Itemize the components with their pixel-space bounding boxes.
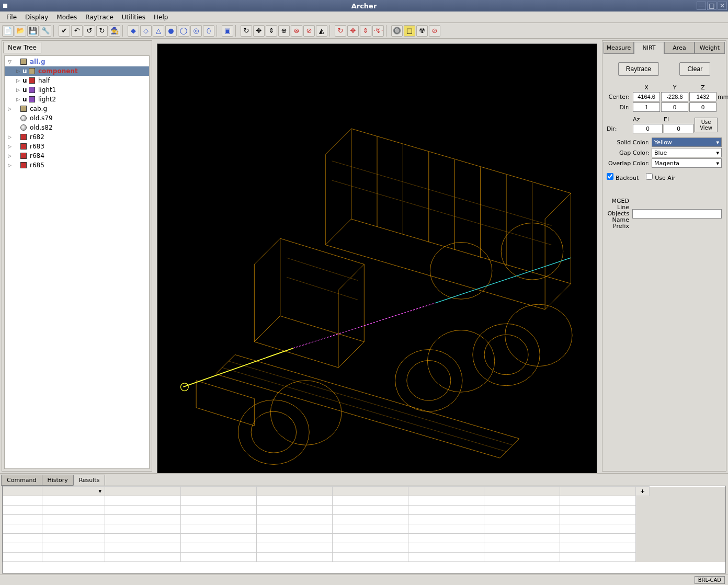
expand-arrow-icon[interactable]: ▷ [8, 134, 13, 140]
backout-checkbox[interactable]: Backout [607, 173, 639, 181]
dir-z-input[interactable] [689, 102, 716, 112]
menu-help[interactable]: Help [150, 13, 172, 22]
tree-item-label: r685 [30, 162, 44, 169]
combine-icon[interactable]: ▣ [222, 25, 233, 37]
minimize-icon[interactable]: — [697, 2, 706, 10]
tree-row[interactable]: ▷cab.g [5, 104, 149, 113]
tree-row[interactable]: old.s79 [5, 113, 149, 123]
tree-row[interactable]: ▷uhalf [5, 76, 149, 85]
tree-row[interactable]: ▷ulight2 [5, 95, 149, 104]
raytrace-button[interactable]: Raytrace [618, 62, 659, 76]
maximize-icon[interactable]: □ [707, 2, 716, 10]
compass-icon[interactable]: ◭ [316, 25, 327, 37]
crosshair-icon[interactable]: ⊗ [291, 25, 302, 37]
tab-results[interactable]: Results [73, 475, 106, 486]
center-icon[interactable]: ⊕ [278, 25, 290, 37]
tab-weight[interactable]: Weight [695, 42, 725, 54]
center-x-input[interactable] [633, 92, 660, 101]
tab-measure[interactable]: Measure [604, 42, 634, 54]
expand-arrow-icon[interactable]: ▷ [8, 144, 13, 149]
tree-row[interactable]: ▷r684 [5, 151, 149, 160]
expand-arrow-icon[interactable]: ▷ [16, 97, 21, 102]
wire-cube-icon[interactable]: ◇ [140, 25, 152, 37]
torus-icon[interactable]: ◎ [190, 25, 202, 37]
menu-file[interactable]: File [2, 13, 21, 22]
menu-modes[interactable]: Modes [52, 13, 81, 22]
az-input[interactable] [633, 124, 663, 133]
tree-row[interactable]: ▷r685 [5, 160, 149, 170]
clear-fb-icon[interactable]: ⊘ [429, 25, 440, 37]
tab-command[interactable]: Command [1, 475, 42, 486]
pipe-icon[interactable]: ⬯ [203, 25, 214, 37]
tree-item-label: component [38, 67, 78, 75]
window-system-menu[interactable] [3, 4, 7, 8]
close-icon[interactable]: ✕ [718, 2, 727, 10]
framebuffer-icon[interactable]: □ [404, 25, 415, 37]
expand-arrow-icon[interactable]: ▷ [16, 87, 21, 93]
rotate-right-icon[interactable]: ↻ [96, 25, 108, 37]
tree-row[interactable]: ▽all.g [5, 57, 149, 66]
no-symbol-icon[interactable]: ⊘ [303, 25, 315, 37]
save-icon[interactable]: 💾 [27, 25, 39, 37]
cone-icon[interactable]: △ [153, 25, 164, 37]
dir-y-input[interactable] [661, 102, 688, 112]
nuclear-icon[interactable]: ☢ [416, 25, 428, 37]
sphere-wire-icon[interactable]: ◯ [178, 25, 189, 37]
prefix-input[interactable] [632, 209, 722, 219]
svg-line-21 [287, 277, 358, 300]
viewport-3d[interactable]: units:in size:265.67 center:(81.41, 61.3… [154, 40, 600, 473]
use-air-checkbox[interactable]: Use Air [646, 173, 675, 181]
open-file-icon[interactable]: 📂 [15, 25, 26, 37]
tab-nirt[interactable]: NIRT [634, 42, 664, 54]
dir-x-input[interactable] [633, 102, 660, 112]
tree-row[interactable]: ▷ulight1 [5, 85, 149, 95]
tab-area[interactable]: Area [664, 42, 695, 54]
clear-button[interactable]: Clear [679, 62, 710, 76]
chevron-down-icon[interactable]: ▾ [98, 488, 101, 495]
menu-utilities[interactable]: Utilities [118, 13, 150, 22]
center-red-icon[interactable]: ·↯· [372, 25, 384, 37]
tree-row[interactable]: ▷r682 [5, 132, 149, 142]
results-grid[interactable]: ▾ + [2, 486, 726, 573]
expand-arrow-icon[interactable]: ▷ [8, 106, 13, 111]
center-z-input[interactable] [689, 92, 716, 101]
scale-icon[interactable]: ⇕ [266, 25, 277, 37]
expand-arrow-icon[interactable]: ▷ [8, 153, 13, 158]
menu-display[interactable]: Display [21, 13, 52, 22]
svg-point-12 [427, 330, 494, 392]
expand-arrow-icon[interactable]: ▽ [8, 59, 13, 64]
wizard-icon[interactable]: 🧙 [109, 25, 120, 37]
tab-history[interactable]: History [42, 475, 74, 486]
translate-icon[interactable]: ✥ [253, 25, 265, 37]
pan-icon[interactable]: ✥ [347, 25, 359, 37]
center-y-input[interactable] [661, 92, 688, 101]
menu-raytrace[interactable]: Raytrace [81, 13, 118, 22]
use-view-button[interactable]: Use View [695, 118, 718, 132]
el-input[interactable] [664, 124, 693, 133]
tree-tab-new[interactable]: New Tree [3, 42, 41, 53]
tree-row[interactable]: ▷ucomponent [5, 66, 149, 76]
add-column-button[interactable]: + [636, 487, 650, 496]
rotate-left-icon[interactable]: ↺ [84, 25, 95, 37]
solid-color-select[interactable]: Yellow▾ [652, 137, 722, 147]
tree-row[interactable]: old.s82 [5, 123, 149, 132]
tree-panel: New Tree ▽all.g▷ucomponent▷uhalf▷ulight1… [2, 40, 152, 472]
preferences-icon[interactable]: 🔧 [40, 25, 51, 37]
sphere-solid-icon[interactable]: ● [165, 25, 177, 37]
zoom-icon[interactable]: ⇕ [360, 25, 371, 37]
undo-icon[interactable]: ↶ [71, 25, 83, 37]
checkmark-icon[interactable]: ✔ [59, 25, 70, 37]
solid-cube-icon[interactable]: ◆ [128, 25, 139, 37]
new-file-icon[interactable]: 📄 [2, 25, 14, 37]
tree-row[interactable]: ▷r683 [5, 142, 149, 151]
expand-arrow-icon[interactable]: ▷ [8, 163, 13, 168]
status-brand: BRL-CAD [695, 576, 725, 584]
expand-arrow-icon[interactable]: ▷ [16, 78, 21, 83]
rotate-view-icon[interactable]: ↻ [241, 25, 252, 37]
raytrace-icon[interactable]: 🔘 [391, 25, 403, 37]
reset-view-icon[interactable]: ↻ [335, 25, 346, 37]
expand-arrow-icon[interactable]: ▷ [16, 68, 21, 74]
overlap-color-select[interactable]: Magenta▾ [652, 158, 722, 168]
tree-body[interactable]: ▽all.g▷ucomponent▷uhalf▷ulight1▷ulight2▷… [4, 55, 150, 469]
gap-color-select[interactable]: Blue▾ [652, 148, 722, 157]
